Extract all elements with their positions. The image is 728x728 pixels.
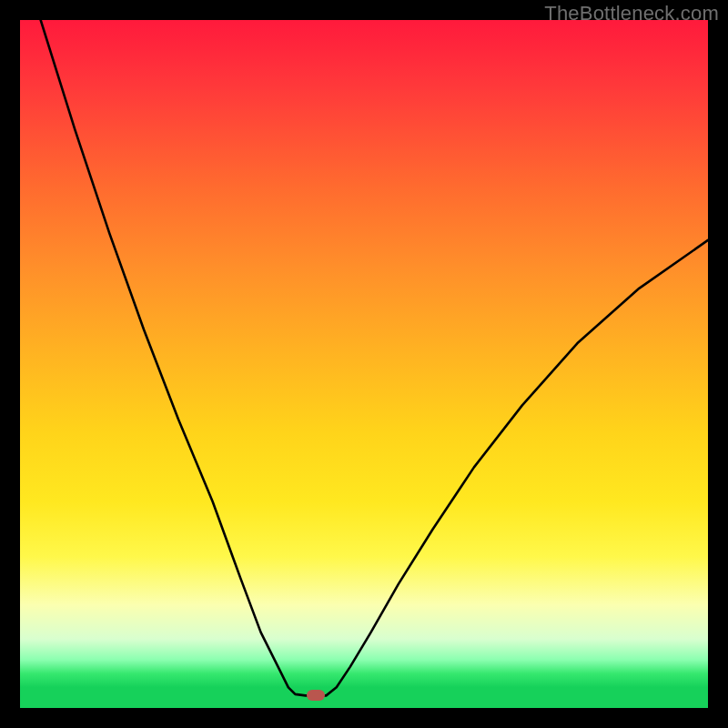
bottleneck-curve	[20, 20, 708, 708]
optimum-marker	[307, 690, 325, 701]
watermark-label: TheBottleneck.com	[544, 2, 719, 25]
chart-plot-area	[20, 20, 708, 708]
